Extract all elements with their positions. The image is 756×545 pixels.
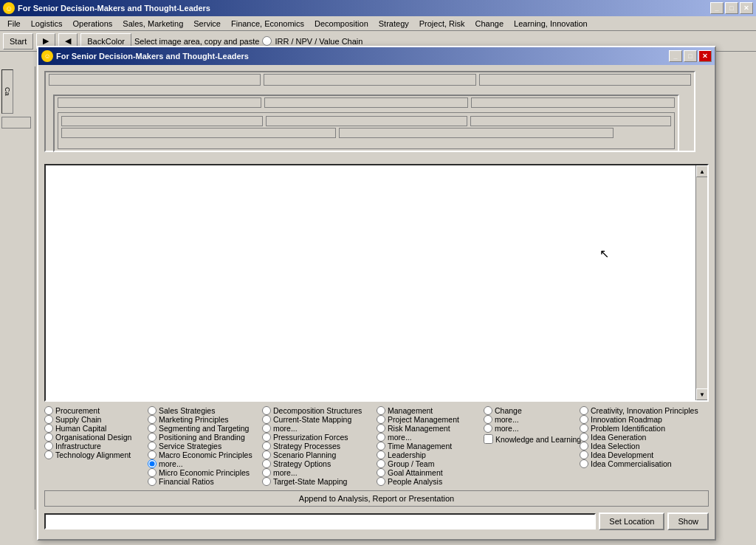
deepinner-tab-5[interactable] <box>339 128 614 138</box>
bg-close-btn[interactable]: ✕ <box>740 2 753 14</box>
radio-marketing-princ[interactable] <box>148 415 157 424</box>
deepinner-tab-4[interactable] <box>61 128 336 138</box>
radio-people-analysis[interactable] <box>377 477 385 486</box>
radio-scenario-plan[interactable] <box>262 450 271 459</box>
inner-tab-3[interactable] <box>471 97 675 108</box>
menu-logistics[interactable]: Logistics <box>27 18 67 30</box>
radio-tech-align[interactable] <box>44 450 53 459</box>
label-leadership: Leadership <box>388 450 426 459</box>
check-know-learn[interactable] <box>484 434 493 444</box>
radio-pos-brand[interactable] <box>148 433 157 442</box>
radio-more-col2a[interactable] <box>148 459 157 468</box>
radio-idea-comm[interactable] <box>580 459 588 468</box>
dialog-close-btn[interactable]: ✕ <box>698 50 712 62</box>
menu-project[interactable]: Project, Risk <box>415 18 470 30</box>
deepinner-tab-1[interactable] <box>61 116 263 126</box>
label-micro-econ: Micro Economic Principles <box>159 468 250 477</box>
radio-org-design[interactable] <box>44 433 53 442</box>
menu-service[interactable]: Service <box>189 18 225 30</box>
menu-finance[interactable]: Finance, Economics <box>227 18 309 30</box>
label-more-col5b: more... <box>495 424 519 433</box>
bg-titlebar-icon: ☺ <box>3 2 15 14</box>
radio-target-state[interactable] <box>262 477 271 486</box>
radio-management[interactable] <box>377 406 385 415</box>
dialog-minimize-btn[interactable]: _ <box>669 50 682 62</box>
radio-idea-gen[interactable] <box>580 433 588 442</box>
scroll-down-btn[interactable]: ▼ <box>696 388 708 400</box>
show-button[interactable]: Show <box>667 513 709 530</box>
radio-macro-econ[interactable] <box>148 450 157 459</box>
menu-sales[interactable]: Sales, Marketing <box>118 18 188 30</box>
radio-financial-ratios[interactable] <box>148 477 157 486</box>
radio-sales-strat[interactable] <box>148 406 157 415</box>
tab-2[interactable] <box>264 74 475 86</box>
radio-item-leadership: Leadership <box>377 450 484 459</box>
menu-operations[interactable]: Operations <box>69 18 117 30</box>
dialog-icon: ☺ <box>41 50 53 62</box>
radio-leadership[interactable] <box>377 450 385 459</box>
radio-goal-attain[interactable] <box>377 468 385 477</box>
radio-risk-mgmt[interactable] <box>377 424 385 433</box>
radio-procurement[interactable] <box>44 406 53 415</box>
radio-svc-strat[interactable] <box>148 442 157 450</box>
scroll-track[interactable] <box>696 177 707 388</box>
tab-1[interactable] <box>49 74 261 86</box>
irr-radio[interactable] <box>262 36 272 46</box>
dialog-restore-btn[interactable]: □ <box>684 50 697 62</box>
radio-item-time-mgmt: Time Management <box>377 442 484 450</box>
irr-label: IRR / NPV / Value Chain <box>275 37 362 46</box>
inner-tab-2[interactable] <box>264 97 468 108</box>
radio-supply-chain[interactable] <box>44 415 53 424</box>
radio-item-group-team: Group / Team <box>377 459 484 468</box>
radio-more-col3a[interactable] <box>262 424 271 433</box>
radio-prob-ident[interactable] <box>580 424 588 433</box>
label-more-col3a: more... <box>273 424 298 433</box>
radio-proj-mgmt[interactable] <box>377 415 385 424</box>
radio-more-col3b[interactable] <box>262 468 271 477</box>
menu-file[interactable]: File <box>3 18 25 30</box>
radio-item-marketing-princ: Marketing Principles <box>148 415 262 424</box>
radio-more-col5b[interactable] <box>484 424 492 433</box>
bg-minimize-btn[interactable]: _ <box>710 2 724 14</box>
set-location-button[interactable]: Set Location <box>599 513 664 530</box>
radio-more-col4a[interactable] <box>377 433 385 442</box>
radio-current-state[interactable] <box>262 415 271 424</box>
inner-tab-1[interactable] <box>58 97 261 108</box>
radio-infrastructure[interactable] <box>44 442 53 450</box>
label-group-team: Group / Team <box>388 459 434 468</box>
radio-innov-roadmap[interactable] <box>580 415 588 424</box>
label-strat-processes: Strategy Processes <box>273 442 340 450</box>
scroll-up-btn[interactable]: ▲ <box>696 165 708 177</box>
radio-pressurization[interactable] <box>262 433 271 442</box>
radio-item-scenario-plan: Scenario Planning <box>262 450 377 459</box>
bg-maximize-btn[interactable]: □ <box>725 2 738 14</box>
radio-creativity[interactable] <box>580 406 588 415</box>
radio-idea-dev[interactable] <box>580 450 588 459</box>
radio-strat-options[interactable] <box>262 459 271 468</box>
radio-human-capital[interactable] <box>44 424 53 433</box>
radio-decomp-struct[interactable] <box>262 406 271 415</box>
radio-strat-processes[interactable] <box>262 442 271 450</box>
radio-more-col5a[interactable] <box>484 415 492 424</box>
location-input[interactable] <box>44 513 596 529</box>
radio-micro-econ[interactable] <box>148 468 157 477</box>
radio-idea-sel[interactable] <box>580 442 588 450</box>
radio-time-mgmt[interactable] <box>377 442 385 450</box>
deepinner-tab-3[interactable] <box>470 116 672 126</box>
radio-seg-target[interactable] <box>148 424 157 433</box>
menu-change[interactable]: Change <box>471 18 509 30</box>
label-idea-comm: Idea Commercialisation <box>591 459 672 468</box>
radio-item-goal-attain: Goal Attainment <box>377 468 484 477</box>
deepinner-tab-2[interactable] <box>266 116 467 126</box>
radio-change[interactable] <box>484 406 492 415</box>
radio-col-6: Creativity, Innovation Principles Innova… <box>580 406 709 486</box>
menu-decomposition[interactable]: Decomposition <box>310 18 373 30</box>
radio-item-current-state: Current-State Mapping <box>262 415 377 424</box>
tab-3[interactable] <box>479 74 691 86</box>
menu-strategy[interactable]: Strategy <box>374 18 413 30</box>
radio-group-team[interactable] <box>377 459 385 468</box>
menu-learning[interactable]: Learning, Innovation <box>509 18 592 30</box>
label-time-mgmt: Time Management <box>388 442 452 450</box>
radio-item-macro-econ: Macro Economic Principles <box>148 450 262 459</box>
start-button[interactable]: Start <box>3 33 33 49</box>
